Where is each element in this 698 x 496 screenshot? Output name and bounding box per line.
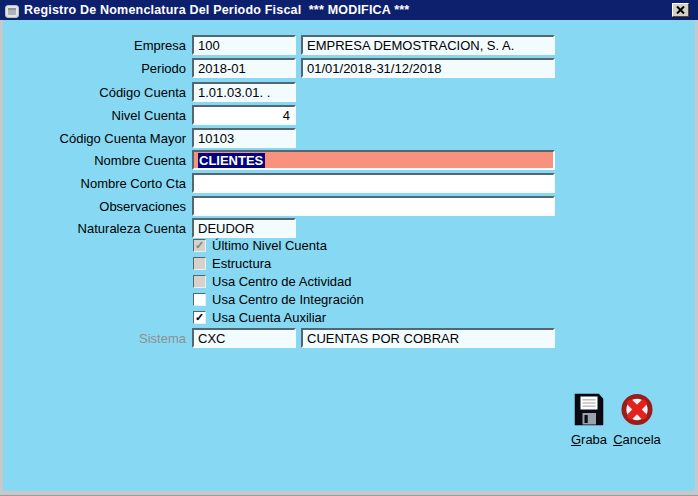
ultimo-nivel-cuenta-checkbox bbox=[193, 239, 206, 252]
periodo-code-field[interactable]: 2018-01 bbox=[192, 58, 296, 78]
nombre-corto-field[interactable] bbox=[192, 173, 555, 193]
cancela-button[interactable]: Cancela bbox=[612, 393, 662, 447]
nombre-corto-label: Nombre Corto Cta bbox=[3, 173, 186, 193]
close-icon bbox=[676, 6, 685, 14]
codigo-cuenta-mayor-label: Código Cuenta Mayor bbox=[3, 128, 186, 148]
checkbox-label: Último Nivel Cuenta bbox=[212, 238, 327, 253]
checkbox-label: Estructura bbox=[212, 256, 271, 271]
app-window: Registro De Nomenclatura Del Periodo Fis… bbox=[0, 0, 698, 496]
codigo-cuenta-mayor-field[interactable]: 10103 bbox=[192, 128, 296, 148]
usa-centro-actividad-checkbox bbox=[193, 275, 206, 288]
checkbox-label: Usa Centro de Actividad bbox=[212, 274, 351, 289]
close-button[interactable] bbox=[672, 3, 689, 17]
observaciones-field[interactable] bbox=[192, 196, 555, 216]
naturaleza-cuenta-field[interactable]: DEUDOR bbox=[192, 218, 296, 238]
nombre-cuenta-label: Nombre Cuenta bbox=[3, 150, 186, 170]
naturaleza-cuenta-label: Naturaleza Cuenta bbox=[3, 218, 186, 238]
window-icon bbox=[5, 4, 19, 17]
sistema-name-field[interactable]: CUENTAS POR COBRAR bbox=[301, 328, 555, 348]
graba-button-label: Graba bbox=[566, 432, 612, 447]
empresa-name-field[interactable]: EMPRESA DEMOSTRACION, S. A. bbox=[301, 35, 555, 55]
nivel-cuenta-field[interactable]: 4 bbox=[192, 105, 296, 125]
observaciones-label: Observaciones bbox=[3, 196, 186, 216]
nombre-cuenta-field[interactable]: CLIENTES bbox=[192, 150, 555, 170]
selected-text: CLIENTES bbox=[198, 153, 265, 169]
usa-cuenta-auxiliar-checkbox[interactable] bbox=[193, 311, 206, 324]
cancela-button-label: Cancela bbox=[612, 432, 662, 447]
checkbox-label: Usa Centro de Integración bbox=[212, 292, 364, 307]
cancel-x-icon bbox=[620, 393, 654, 430]
empresa-code-field[interactable]: 100 bbox=[192, 35, 296, 55]
graba-button[interactable]: Graba bbox=[566, 393, 612, 447]
window-title: Registro De Nomenclatura Del Periodo Fis… bbox=[24, 3, 409, 18]
nivel-cuenta-label: Nivel Cuenta bbox=[3, 105, 186, 125]
floppy-disk-icon bbox=[574, 393, 604, 430]
form-client-area: Empresa 100 EMPRESA DEMOSTRACION, S. A. … bbox=[3, 20, 695, 491]
titlebar: Registro De Nomenclatura Del Periodo Fis… bbox=[0, 0, 698, 20]
sistema-code-field[interactable]: CXC bbox=[192, 328, 296, 348]
codigo-cuenta-label: Código Cuenta bbox=[3, 82, 186, 102]
usa-centro-integracion-checkbox[interactable] bbox=[193, 293, 206, 306]
sistema-label: Sistema bbox=[3, 328, 186, 348]
periodo-label: Periodo bbox=[3, 58, 186, 78]
checkbox-label: Usa Cuenta Auxiliar bbox=[212, 310, 326, 325]
empresa-label: Empresa bbox=[3, 35, 186, 55]
periodo-range-field[interactable]: 01/01/2018-31/12/2018 bbox=[301, 58, 555, 78]
codigo-cuenta-field[interactable]: 1.01.03.01. . bbox=[192, 82, 296, 102]
estructura-checkbox bbox=[193, 257, 206, 270]
